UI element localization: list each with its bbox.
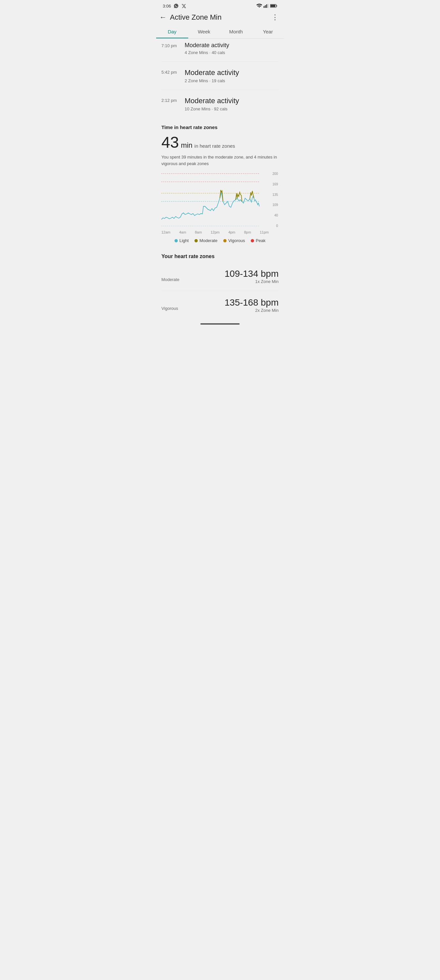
chart-y-135: 135 [269,193,278,197]
vigorous-zone-row: Vigorous 135-168 bpm 2x Zone Min [161,291,279,319]
vigorous-zone-multiplier: 2x Zone Min [225,308,279,313]
activity-details: Moderate activity 2 Zone Mins · 19 cals [185,68,279,83]
moderate-zone-content: Moderate 109-134 bpm 1x Zone Min [161,269,279,284]
chart-y-40: 40 [269,213,278,217]
chart-area: 200 169 135 109 40 0 [161,172,269,228]
chart-svg [161,172,269,228]
section-title: Time in heart rate zones [161,124,279,130]
heart-rate-zones-section: Time in heart rate zones 43 min in heart… [156,118,284,248]
back-button[interactable]: ← [159,13,167,22]
svg-rect-5 [276,5,277,7]
activity-item: 7:10 pm Moderate activity 4 Zone Mins · … [161,39,279,62]
battery-icon [270,4,277,8]
header-left: ← Active Zone Min [159,13,222,22]
wifi-icon [256,3,262,8]
activity-item: 2:12 pm Moderate activity 10 Zone Mins ·… [161,90,279,118]
moderate-zone-bpm: 109-134 bpm [225,269,279,279]
x-label-8pm: 8pm [244,230,251,234]
x-label-8am: 8am [195,230,202,234]
legend-moderate-label: Moderate [199,238,218,243]
zone-description: You spent 39 minutes in the moderate zon… [161,154,279,167]
chart-x-labels: 12am 4am 8am 12pm 4pm 8pm 11pm [161,230,279,234]
moderate-zone-name: Moderate [161,277,179,282]
moderate-dot [194,239,198,242]
status-bar: 3:06 [156,0,284,11]
svg-rect-6 [270,5,275,7]
page-title: Active Zone Min [170,13,222,22]
activity-time: 5:42 pm [161,68,179,75]
x-label-12pm: 12pm [211,230,220,234]
heart-rate-chart: 200 169 135 109 40 0 12am 4am 8am 12pm 4… [161,172,279,248]
vigorous-zone-content: Vigorous 135-168 bpm 2x Zone Min [161,298,279,313]
whatsapp-icon [173,3,179,8]
tab-day[interactable]: Day [156,24,188,38]
home-indicator [156,319,284,329]
status-left: 3:06 [163,3,186,8]
chart-legend: Light Moderate Vigorous Peak [161,238,279,248]
light-dot [175,239,178,242]
activity-details: Moderate activity 4 Zone Mins · 40 cals [185,42,279,55]
activity-name: Moderate activity [185,97,279,105]
zone-minutes-number: 43 [161,133,179,151]
tab-month[interactable]: Month [220,24,252,38]
your-zones-title: Your heart rate zones [161,253,279,259]
peak-dot [251,239,254,242]
x-label-11pm: 11pm [260,230,269,234]
signal-icon [264,3,269,8]
vigorous-zone-name: Vigorous [161,306,178,311]
chart-y-0: 0 [269,224,278,228]
legend-vigorous-label: Vigorous [228,238,245,243]
chart-y-200: 200 [269,172,278,175]
chart-y-109: 109 [269,203,278,207]
activity-name: Moderate activity [185,68,279,77]
activity-stats: 2 Zone Mins · 19 cals [185,78,279,83]
svg-rect-3 [267,4,268,8]
zone-minutes-unit: min [181,141,192,150]
legend-peak: Peak [251,238,265,243]
svg-rect-0 [264,6,265,8]
x-twitter-icon [181,3,186,8]
x-label-12am: 12am [161,230,171,234]
header: ← Active Zone Min ⋮ [156,11,284,24]
tab-week[interactable]: Week [188,24,220,38]
legend-light-label: Light [179,238,189,243]
activity-list: 7:10 pm Moderate activity 4 Zone Mins · … [156,39,284,118]
vigorous-zone-bpm: 135-168 bpm [225,298,279,308]
zone-minutes-display: 43 min in heart rate zones [161,133,279,151]
svg-rect-1 [265,5,266,8]
home-bar [200,323,240,325]
activity-stats: 4 Zone Mins · 40 cals [185,50,279,55]
x-label-4am: 4am [179,230,186,234]
activity-name: Moderate activity [185,42,279,49]
moderate-zone-multiplier: 1x Zone Min [225,279,279,284]
x-label-4pm: 4pm [228,230,235,234]
activity-item: 5:42 pm Moderate activity 2 Zone Mins · … [161,62,279,90]
chart-y-169: 169 [269,183,278,186]
legend-moderate: Moderate [194,238,218,243]
tab-year[interactable]: Year [252,24,284,38]
zone-minutes-label: in heart rate zones [194,143,235,149]
legend-light: Light [175,238,189,243]
activity-details: Moderate activity 10 Zone Mins · 92 cals [185,97,279,111]
legend-vigorous: Vigorous [223,238,245,243]
legend-peak-label: Peak [256,238,265,243]
activity-time: 7:10 pm [161,42,179,48]
activity-stats: 10 Zone Mins · 92 cals [185,107,279,111]
your-heart-rate-zones-section: Your heart rate zones Moderate 109-134 b… [156,248,284,319]
status-right [256,3,277,8]
vigorous-dot [223,239,227,242]
status-time: 3:06 [163,3,171,8]
more-options-button[interactable]: ⋮ [272,13,279,22]
tab-bar: Day Week Month Year [156,24,284,39]
activity-time: 2:12 pm [161,97,179,103]
svg-rect-2 [266,4,267,8]
chart-container: 200 169 135 109 40 0 [161,172,279,228]
moderate-zone-row: Moderate 109-134 bpm 1x Zone Min [161,262,279,291]
